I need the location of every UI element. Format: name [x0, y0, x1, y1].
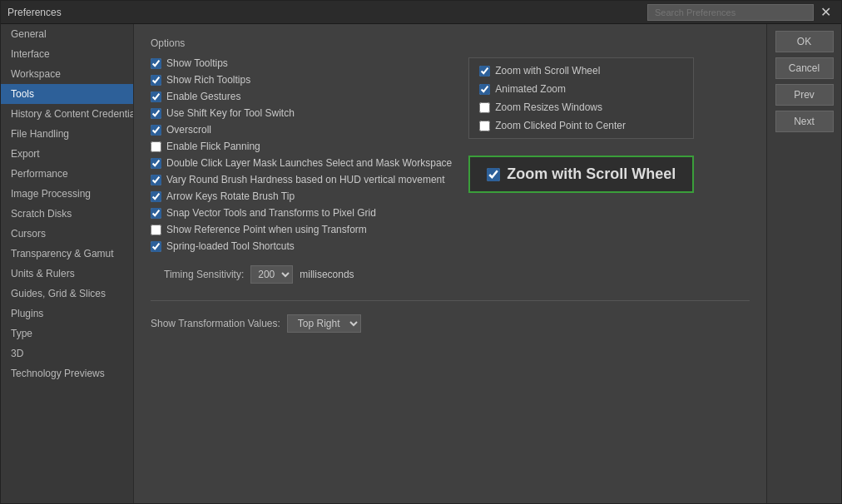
checkbox-row: Double Click Layer Mask Launches Select …: [151, 157, 452, 169]
checkbox-label: Show Reference Point when using Transfor…: [166, 224, 367, 235]
checkbox-row: Zoom Resizes Windows: [479, 101, 683, 113]
checkbox-label: Use Shift Key for Tool Switch: [166, 107, 295, 119]
zoom-scroll-highlight-checkbox[interactable]: [487, 168, 500, 181]
options-label: Options: [151, 37, 750, 49]
timing-unit: milliseconds: [300, 269, 354, 280]
checkbox-zoom-resizes-windows[interactable]: [479, 102, 490, 113]
sidebar-item-scratch-disks[interactable]: Scratch Disks: [1, 204, 133, 224]
sidebar-item-units---rulers[interactable]: Units & Rulers: [1, 264, 133, 284]
checkbox-enable-gestures[interactable]: [151, 91, 161, 102]
title-bar: Preferences ✕: [1, 1, 841, 24]
sidebar-item-interface[interactable]: Interface: [1, 44, 133, 64]
sidebar: GeneralInterfaceWorkspaceToolsHistory & …: [1, 24, 134, 503]
checkbox-row: Enable Gestures: [151, 91, 452, 102]
sidebar-item-performance[interactable]: Performance: [1, 164, 133, 184]
timing-select[interactable]: 200: [250, 265, 293, 284]
zoom-highlight-box: Zoom with Scroll Wheel: [468, 156, 694, 193]
sidebar-item-3d[interactable]: 3D: [1, 343, 133, 363]
right-button-panel: OK Cancel Prev Next: [766, 24, 841, 503]
checkbox-row: Show Tooltips: [151, 57, 452, 69]
timing-row: Timing Sensitivity: 200 milliseconds: [151, 265, 750, 284]
checkbox-label: Double Click Layer Mask Launches Select …: [166, 157, 452, 169]
sidebar-item-guides--grid---slices[interactable]: Guides, Grid & Slices: [1, 284, 133, 304]
sidebar-item-cursors[interactable]: Cursors: [1, 224, 133, 244]
sidebar-item-tools[interactable]: Tools: [1, 84, 133, 104]
ok-button[interactable]: OK: [775, 31, 834, 52]
checkbox-label: Zoom with Scroll Wheel: [495, 65, 600, 77]
transform-select[interactable]: Top Right: [287, 314, 361, 333]
sidebar-item-general[interactable]: General: [1, 24, 133, 44]
checkbox-show-rich-tooltips[interactable]: [151, 75, 161, 86]
checkbox-row: Enable Flick Panning: [151, 141, 452, 152]
checkbox-label: Enable Gestures: [166, 91, 240, 102]
checkbox-label: Vary Round Brush Hardness based on HUD v…: [166, 174, 445, 185]
checkbox-label: Show Rich Tooltips: [166, 74, 250, 86]
checkbox-label: Show Tooltips: [166, 57, 228, 69]
checkbox-label: Snap Vector Tools and Transforms to Pixe…: [166, 207, 376, 219]
checkbox-row: Arrow Keys Rotate Brush Tip: [151, 190, 452, 202]
checkbox-zoom-clicked-point-to-center[interactable]: [479, 121, 490, 131]
sidebar-item-workspace[interactable]: Workspace: [1, 64, 133, 84]
prev-button[interactable]: Prev: [775, 84, 834, 106]
checkbox-row: Show Rich Tooltips: [151, 74, 452, 86]
right-options-col: Zoom with Scroll WheelAnimated ZoomZoom …: [468, 57, 694, 252]
checkbox-row: Show Reference Point when using Transfor…: [151, 224, 452, 235]
checkbox-zoom-with-scroll-wheel[interactable]: [479, 66, 490, 77]
checkbox-label: Enable Flick Panning: [166, 141, 260, 152]
sidebar-item-transparency---gamut[interactable]: Transparency & Gamut: [1, 244, 133, 264]
close-button[interactable]: ✕: [817, 6, 835, 19]
dialog-title: Preferences: [7, 7, 62, 18]
checkbox-label: Zoom Resizes Windows: [495, 101, 602, 113]
checkbox-arrow-keys-rotate-brush-tip[interactable]: [151, 191, 161, 202]
sidebar-item-history---content-credentials[interactable]: History & Content Credentials: [1, 104, 133, 124]
checkbox-show-tooltips[interactable]: [151, 58, 161, 69]
checkbox-enable-flick-panning[interactable]: [151, 141, 161, 152]
sidebar-item-export[interactable]: Export: [1, 144, 133, 164]
search-input[interactable]: [647, 4, 814, 21]
preferences-dialog: Preferences ✕ GeneralInterfaceWorkspaceT…: [0, 0, 842, 504]
cancel-button[interactable]: Cancel: [775, 57, 834, 79]
checkbox-row: Use Shift Key for Tool Switch: [151, 107, 452, 119]
sidebar-item-image-processing[interactable]: Image Processing: [1, 184, 133, 204]
checkbox-row: Spring-loaded Tool Shortcuts: [151, 240, 452, 252]
checkbox-label: Zoom Clicked Point to Center: [495, 120, 626, 131]
checkbox-label: Arrow Keys Rotate Brush Tip: [166, 190, 295, 202]
checkbox-overscroll[interactable]: [151, 125, 161, 136]
checkbox-label: Animated Zoom: [495, 83, 566, 95]
transform-row: Show Transformation Values: Top Right: [151, 300, 750, 333]
checkbox-row: Snap Vector Tools and Transforms to Pixe…: [151, 207, 452, 219]
checkbox-spring-loaded-tool-shortcuts[interactable]: [151, 241, 161, 252]
sidebar-item-plugins[interactable]: Plugins: [1, 304, 133, 324]
next-button[interactable]: Next: [775, 111, 834, 132]
checkbox-row: Animated Zoom: [479, 83, 683, 95]
sidebar-item-file-handling[interactable]: File Handling: [1, 124, 133, 144]
checkbox-show-reference-point-when-usin[interactable]: [151, 225, 161, 235]
checkbox-label: Spring-loaded Tool Shortcuts: [166, 240, 295, 252]
checkbox-row: Zoom Clicked Point to Center: [479, 120, 683, 131]
zoom-options-box: Zoom with Scroll WheelAnimated ZoomZoom …: [468, 57, 694, 139]
sidebar-item-type[interactable]: Type: [1, 324, 133, 343]
dialog-body: GeneralInterfaceWorkspaceToolsHistory & …: [1, 24, 841, 503]
zoom-highlight-label: Zoom with Scroll Wheel: [507, 166, 676, 183]
main-content: Options Show TooltipsShow Rich TooltipsE…: [134, 24, 766, 503]
checkbox-row: Zoom with Scroll Wheel: [479, 65, 683, 77]
checkbox-vary-round-brush-hardness-base[interactable]: [151, 175, 161, 185]
checkbox-row: Overscroll: [151, 124, 452, 136]
sidebar-item-technology-previews[interactable]: Technology Previews: [1, 363, 133, 383]
left-options-col: Show TooltipsShow Rich TooltipsEnable Ge…: [151, 57, 468, 252]
checkbox-label: Overscroll: [166, 124, 211, 136]
checkbox-row: Vary Round Brush Hardness based on HUD v…: [151, 174, 452, 185]
title-bar-right: ✕: [647, 4, 835, 21]
timing-label: Timing Sensitivity:: [164, 269, 244, 280]
checkbox-animated-zoom[interactable]: [479, 84, 490, 95]
transform-label: Show Transformation Values:: [151, 318, 280, 329]
checkbox-double-click-layer-mask-launch[interactable]: [151, 158, 161, 169]
checkbox-use-shift-key-for-tool-switch[interactable]: [151, 108, 161, 119]
checkbox-snap-vector-tools-and-transfor[interactable]: [151, 208, 161, 219]
